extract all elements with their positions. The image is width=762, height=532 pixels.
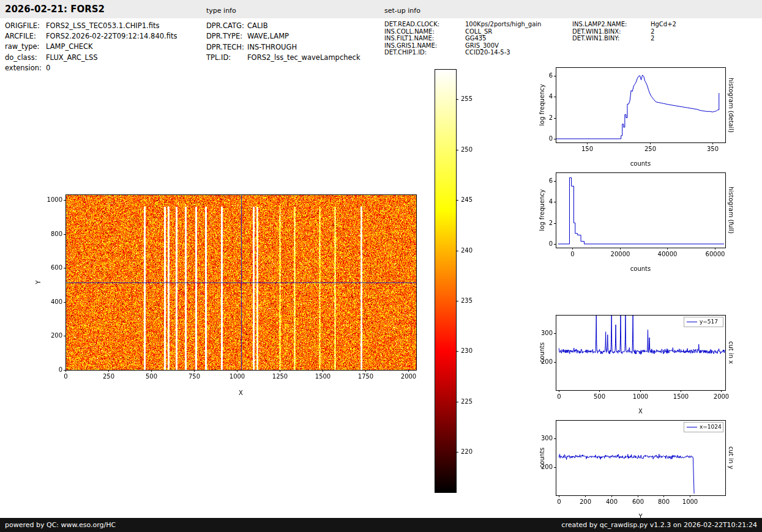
field-value: COLL_SR — [465, 28, 492, 35]
info-row-arcfile: ARCFILE:FORS2.2026-02-22T09:12:14.840.fi… — [5, 31, 177, 42]
info-row-win1-biny: DET.WIN1.BINY:2 — [572, 35, 676, 42]
field-label: INS.COLL.NAME: — [384, 28, 465, 35]
field-label: DPR.CATG: — [206, 21, 247, 31]
cut-in-x-plot — [539, 309, 741, 418]
field-label: INS.FILT1.NAME: — [384, 35, 465, 42]
field-value: FORS2_LSS_TEC053.1.CHIP1.fits — [46, 21, 159, 31]
field-value: FORS2_lss_tec_waveLampcheck — [247, 53, 360, 63]
field-label: ORIGFILE: — [5, 21, 46, 31]
histogram-detail-side-label: histogram (detail) — [726, 67, 736, 142]
field-label: DET.WIN1.BINX: — [572, 28, 651, 35]
histogram-detail-plot — [539, 61, 741, 170]
field-value: CALIB — [247, 21, 268, 31]
histogram-full-side-label: histogram (full) — [726, 172, 736, 248]
info-row-origfile: ORIGFILE:FORS2_LSS_TEC053.1.CHIP1.fits — [5, 21, 177, 31]
field-label: do_class: — [5, 53, 46, 63]
info-row-tpl-id: TPL.ID:FORS2_lss_tec_waveLampcheck — [206, 53, 360, 63]
info-row-dpr-catg: DPR.CATG:CALIB — [206, 21, 360, 31]
field-label: extension: — [5, 63, 46, 73]
type-info-block: DPR.CATG:CALIB DPR.TYPE:WAVE,LAMP DPR.TE… — [206, 21, 360, 63]
field-label: INS.GRIS1.NAME: — [384, 42, 465, 50]
setup-info-block-2: INS.LAMP2.NAME:HgCd+2 DET.WIN1.BINX:2 DE… — [572, 21, 676, 42]
field-label: DET.WIN1.BINY: — [572, 35, 651, 42]
info-row-lamp2-name: INS.LAMP2.NAME:HgCd+2 — [572, 21, 676, 28]
info-row-raw-type: raw_type:LAMP_CHECK — [5, 42, 177, 52]
field-value: 0 — [46, 63, 50, 73]
setup-info-block-1: DET.READ.CLOCK:100Kps/2ports/high_gain I… — [384, 21, 541, 56]
footer-powered-by-text: powered by QC: — [5, 521, 61, 529]
info-row-win1-binx: DET.WIN1.BINX:2 — [572, 28, 676, 35]
field-value: FLUX_ARC_LSS — [46, 53, 98, 63]
info-row-dpr-tech: DPR.TECH:INS-THROUGH — [206, 42, 360, 53]
info-row-chip1-id: DET.CHIP1.ID:CCID20-14-5-3 — [384, 49, 541, 56]
field-value: CCID20-14-5-3 — [465, 49, 510, 56]
field-value: 2 — [651, 35, 654, 42]
footer-bar: powered by QC: www.eso.org/HC created by… — [0, 518, 762, 532]
cut-in-y-plot — [539, 414, 741, 523]
field-value: LAMP_CHECK — [46, 42, 93, 52]
histogram-full-plot — [539, 166, 741, 275]
field-label: DPR.TECH: — [206, 42, 247, 53]
info-row-read-clock: DET.READ.CLOCK:100Kps/2ports/high_gain — [384, 21, 541, 28]
info-row-extension: extension:0 — [5, 63, 177, 73]
file-info-block: ORIGFILE:FORS2_LSS_TEC053.1.CHIP1.fits A… — [5, 21, 177, 73]
raw-image-plot — [28, 182, 428, 397]
cut-in-y-side-label: cut in y — [726, 420, 736, 495]
field-value: INS-THROUGH — [247, 42, 297, 53]
header-band — [0, 0, 762, 18]
field-value: WAVE,LAMP — [247, 31, 289, 42]
field-value: HgCd+2 — [651, 21, 676, 28]
field-label: raw_type: — [5, 42, 46, 52]
field-value: FORS2.2026-02-22T09:12:14.840.fits — [46, 31, 177, 42]
cut-in-x-side-label: cut in x — [726, 315, 736, 390]
field-label: TPL.ID: — [206, 53, 247, 63]
field-label: ARCFILE: — [5, 31, 46, 42]
info-row-gris1-name: INS.GRIS1.NAME:GRIS_300V — [384, 42, 541, 50]
setup-info-heading: set-up info — [384, 7, 420, 15]
field-value: 2 — [651, 28, 654, 35]
footer-qc-link[interactable]: www.eso.org/HC — [61, 521, 116, 529]
field-label: INS.LAMP2.NAME: — [572, 21, 651, 28]
type-info-heading: type info — [206, 7, 236, 15]
colorbar — [430, 64, 482, 500]
field-value: 100Kps/2ports/high_gain — [465, 21, 541, 28]
field-label: DET.CHIP1.ID: — [384, 49, 465, 56]
info-row-filt1-name: INS.FILT1.NAME:GG435 — [384, 35, 541, 42]
field-value: GG435 — [465, 35, 487, 42]
info-row-coll-name: INS.COLL.NAME:COLL_SR — [384, 28, 541, 35]
footer-created-by: created by qc_rawdisp.py v1.2.3 on 2026-… — [561, 521, 757, 529]
page-title: 2026-02-21: FORS2 — [5, 4, 105, 15]
field-label: DPR.TYPE: — [206, 31, 247, 42]
field-value: GRIS_300V — [465, 42, 499, 50]
footer-powered-by: powered by QC: www.eso.org/HC — [5, 521, 116, 529]
info-row-do-class: do_class:FLUX_ARC_LSS — [5, 53, 177, 63]
field-label: DET.READ.CLOCK: — [384, 21, 465, 28]
info-row-dpr-type: DPR.TYPE:WAVE,LAMP — [206, 31, 360, 42]
